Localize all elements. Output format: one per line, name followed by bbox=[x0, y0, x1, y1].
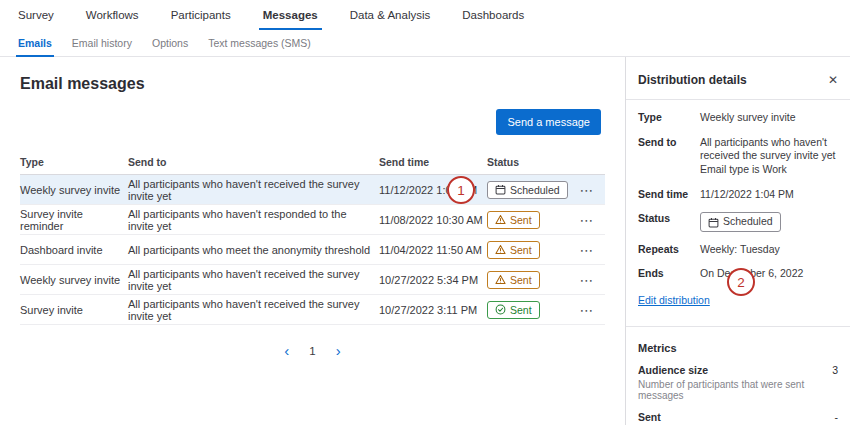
calendar-clock-icon bbox=[708, 217, 719, 228]
row-send-time: 10/27/2022 3:11 PM bbox=[379, 304, 487, 316]
field-value-send-to: All participants who haven't received th… bbox=[700, 136, 838, 177]
page-title: Email messages bbox=[20, 75, 145, 93]
row-status: Sent bbox=[487, 271, 569, 289]
panel-title: Distribution details bbox=[638, 73, 747, 87]
prev-page-icon[interactable]: ‹ bbox=[284, 343, 289, 358]
row-type: Survey invite bbox=[20, 304, 128, 316]
row-send-to: All participants who haven't responded t… bbox=[128, 208, 379, 232]
field-label-send-to: Send to bbox=[638, 136, 700, 177]
row-status: Sent bbox=[487, 211, 569, 229]
field-value-type: Weekly survey invite bbox=[700, 111, 796, 125]
subnav-tab-email-history[interactable]: Email history bbox=[62, 30, 142, 56]
row-type: Dashboard invite bbox=[20, 244, 128, 256]
status-badge: Sent bbox=[487, 211, 540, 229]
field-label-type: Type bbox=[638, 111, 700, 125]
table-row[interactable]: Survey invite All participants who haven… bbox=[20, 295, 605, 325]
row-menu-button[interactable]: ⋯ bbox=[580, 242, 595, 258]
pagination: ‹ 1 › bbox=[0, 343, 625, 358]
calendar-clock-icon bbox=[495, 184, 506, 195]
field-send-to: Send to All participants who haven't rec… bbox=[638, 136, 838, 177]
row-send-to: All participants who haven't received th… bbox=[128, 298, 379, 322]
table-header: TypeSend toSend timeStatus bbox=[20, 149, 605, 175]
row-send-to: All participants who haven't received th… bbox=[128, 268, 379, 292]
annotation-circle-1: 1 bbox=[447, 176, 475, 204]
nav-tab-dashboards[interactable]: Dashboards bbox=[446, 0, 540, 30]
panel-header: Distribution details ✕ bbox=[638, 73, 838, 87]
nav-tab-messages[interactable]: Messages bbox=[247, 0, 334, 30]
row-menu-button[interactable]: ⋯ bbox=[580, 302, 595, 318]
row-send-time: 10/27/2022 5:34 PM bbox=[379, 274, 487, 286]
nav-tab-survey[interactable]: Survey bbox=[2, 0, 70, 30]
row-type: Weekly survey invite bbox=[20, 274, 128, 286]
row-menu-button[interactable]: ⋯ bbox=[580, 272, 595, 288]
row-status: Scheduled bbox=[487, 181, 569, 199]
row-send-to: All participants who meet the anonymity … bbox=[128, 244, 379, 256]
table-row[interactable]: Weekly survey invite All participants wh… bbox=[20, 175, 605, 205]
nav-tab-data-analysis[interactable]: Data & Analysis bbox=[334, 0, 447, 30]
status-badge: Sent bbox=[487, 301, 540, 319]
table-row[interactable]: Dashboard invite All participants who me… bbox=[20, 235, 605, 265]
metric-item: Sent - Number of messages sent successfu… bbox=[638, 411, 838, 425]
field-value-status: Scheduled bbox=[700, 212, 781, 232]
table-row[interactable]: Weekly survey invite All participants wh… bbox=[20, 265, 605, 295]
row-menu-button[interactable]: ⋯ bbox=[580, 182, 595, 198]
send-to-audience: All participants who haven't received th… bbox=[700, 136, 838, 163]
field-status: Status Scheduled bbox=[638, 212, 838, 232]
column-header-status: Status bbox=[487, 156, 569, 168]
metric-label: Sent bbox=[638, 411, 661, 423]
field-repeats: Repeats Weekly: Tuesday bbox=[638, 243, 838, 257]
subnav-tab-text-messages-sms[interactable]: Text messages (SMS) bbox=[198, 30, 321, 56]
metric-value: - bbox=[835, 411, 839, 423]
subnav-tab-emails[interactable]: Emails bbox=[8, 30, 62, 56]
field-label-status: Status bbox=[638, 212, 700, 232]
table-row[interactable]: Survey invite reminder All participants … bbox=[20, 205, 605, 235]
annotation-circle-2: 2 bbox=[727, 268, 755, 296]
row-type: Weekly survey invite bbox=[20, 184, 128, 196]
panel-status-badge: Scheduled bbox=[700, 212, 781, 232]
row-send-time: 11/08/2022 10:30 AM bbox=[379, 214, 487, 226]
field-send-time: Send time 11/12/2022 1:04 PM bbox=[638, 188, 838, 202]
row-send-time: 11/04/2022 11:50 AM bbox=[379, 244, 487, 256]
current-page[interactable]: 1 bbox=[309, 345, 315, 357]
column-header-send-to: Send to bbox=[128, 156, 379, 168]
column-header-send-time: Send time bbox=[379, 156, 487, 168]
metric-label: Audience size bbox=[638, 364, 708, 376]
row-menu-button[interactable]: ⋯ bbox=[580, 212, 595, 228]
email-messages-page: Email messages Send a message TypeSend t… bbox=[0, 57, 625, 425]
subnav-tab-options[interactable]: Options bbox=[142, 30, 198, 56]
metric-description: Number of participants that were sent me… bbox=[638, 379, 838, 401]
nav-tab-participants[interactable]: Participants bbox=[155, 0, 247, 30]
distribution-details-panel: Distribution details ✕ Type Weekly surve… bbox=[625, 57, 850, 425]
warning-icon bbox=[495, 214, 506, 225]
field-type: Type Weekly survey invite bbox=[638, 111, 838, 125]
divider bbox=[626, 326, 850, 327]
sub-nav: EmailsEmail historyOptionsText messages … bbox=[0, 30, 850, 57]
close-icon[interactable]: ✕ bbox=[828, 73, 838, 87]
warning-icon bbox=[495, 244, 506, 255]
send-a-message-button[interactable]: Send a message bbox=[496, 109, 601, 135]
app-window: SurveyWorkflowsParticipantsMessagesData … bbox=[0, 0, 850, 425]
metric-item: Audience size 3 Number of participants t… bbox=[638, 364, 838, 401]
status-badge: Scheduled bbox=[487, 181, 568, 199]
field-value-send-time: 11/12/2022 1:04 PM bbox=[700, 188, 794, 202]
status-badge: Sent bbox=[487, 241, 540, 259]
nav-tab-workflows[interactable]: Workflows bbox=[70, 0, 155, 30]
row-type: Survey invite reminder bbox=[20, 208, 128, 232]
row-status: Sent bbox=[487, 301, 569, 319]
table-body: Weekly survey invite All participants wh… bbox=[20, 175, 605, 325]
edit-distribution-link[interactable]: Edit distribution bbox=[638, 294, 710, 306]
next-page-icon[interactable]: › bbox=[336, 343, 341, 358]
send-to-condition: Email type is Work bbox=[700, 163, 838, 177]
metric-value: 3 bbox=[832, 364, 838, 376]
status-badge: Sent bbox=[487, 271, 540, 289]
row-status: Sent bbox=[487, 241, 569, 259]
divider bbox=[626, 99, 850, 100]
field-label-ends: Ends bbox=[638, 267, 700, 281]
field-label-send-time: Send time bbox=[638, 188, 700, 202]
panel-status-text: Scheduled bbox=[723, 215, 773, 229]
email-table: TypeSend toSend timeStatus Weekly survey… bbox=[20, 149, 605, 325]
field-label-repeats: Repeats bbox=[638, 243, 700, 257]
metrics-title: Metrics bbox=[638, 342, 838, 354]
warning-icon bbox=[495, 274, 506, 285]
check-circle-icon bbox=[495, 304, 506, 315]
